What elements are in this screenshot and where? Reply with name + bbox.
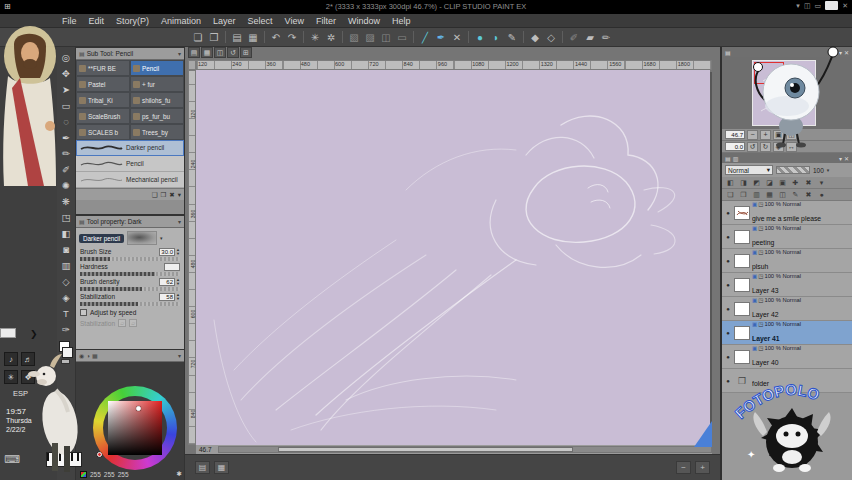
- brush-tool-icon[interactable]: ✐: [58, 161, 74, 177]
- brush-density-slider[interactable]: Brush density 62 ▲▼: [76, 276, 184, 291]
- eraser-tool-icon[interactable]: ◳: [58, 209, 74, 225]
- layer-row-selected[interactable]: ● ▣◳100 % Normal Layer 41: [722, 321, 852, 345]
- layer-visibility-icon[interactable]: ●: [724, 234, 732, 240]
- airbrush-tool-icon[interactable]: ✺: [58, 177, 74, 193]
- new-folder-icon[interactable]: ❐: [738, 190, 749, 200]
- circle-select-icon[interactable]: ●: [472, 30, 488, 45]
- layer-visibility-icon[interactable]: ●: [724, 378, 732, 384]
- subtool-group[interactable]: shilohs_fu: [130, 92, 184, 108]
- panel-close-icon[interactable]: ✕: [844, 49, 849, 56]
- clear-icon[interactable]: ✳: [307, 30, 323, 45]
- text-tool-icon[interactable]: T: [58, 305, 74, 321]
- spinner-icon[interactable]: ▲▼: [176, 278, 180, 286]
- blend-tool-icon[interactable]: ◧: [58, 225, 74, 241]
- lock-alpha-icon[interactable]: ◩: [751, 178, 762, 188]
- drawing-canvas[interactable]: [196, 70, 710, 445]
- pen-icon[interactable]: ✎: [504, 30, 520, 45]
- menu-edit[interactable]: Edit: [83, 16, 111, 26]
- menu-story[interactable]: Story(P): [110, 16, 155, 26]
- checkbox-icon[interactable]: [80, 309, 87, 316]
- diamond-fill-icon[interactable]: ◆: [527, 30, 543, 45]
- layer-row[interactable]: ● ▣◳100 % Normal peeting: [722, 225, 852, 249]
- layer-visibility-icon[interactable]: ●: [724, 306, 732, 312]
- transfer-layer-icon[interactable]: ▥: [751, 190, 762, 200]
- subtool-brush-mechanical-pencil[interactable]: Mechanical pencil: [76, 172, 184, 188]
- export-icon[interactable]: ▦: [245, 30, 261, 45]
- mini-scrollbar-box[interactable]: [0, 328, 16, 338]
- blend-mode-select[interactable]: Normal ▾: [725, 165, 773, 175]
- menu-window[interactable]: Window: [342, 16, 386, 26]
- diamond-outline-icon[interactable]: ◇: [543, 30, 559, 45]
- layer-visibility-icon[interactable]: ●: [724, 210, 732, 216]
- panel-menu-icon[interactable]: ▤: [79, 218, 85, 225]
- subtool-brush-pencil[interactable]: Pencil: [76, 156, 184, 172]
- add-effect-icon[interactable]: ✚: [790, 178, 801, 188]
- new-layer-icon[interactable]: ❏: [725, 190, 736, 200]
- panel-menu-icon[interactable]: ▤: [725, 49, 731, 56]
- menu-filter[interactable]: Filter: [310, 16, 342, 26]
- layer-row[interactable]: ● ▣◳100 % Normal Layer 43: [722, 273, 852, 297]
- subtool-group[interactable]: Pastel: [76, 76, 130, 92]
- brush-tip-preview[interactable]: [127, 231, 157, 245]
- subtool-group[interactable]: ps_fur_bu: [130, 108, 184, 124]
- grid-view-icon[interactable]: ▦: [201, 47, 213, 58]
- hardness-slider[interactable]: Hardness: [76, 261, 184, 276]
- navigator-zoom-value[interactable]: 46.7: [725, 130, 745, 139]
- fit-screen-icon[interactable]: ▤: [195, 461, 210, 474]
- pen-tool-icon[interactable]: ✒: [58, 129, 74, 145]
- stabilization-slider[interactable]: Stabilization 58 ▲▼: [76, 291, 184, 306]
- brush-size-slider[interactable]: Brush Size 30.0 ▲▼: [76, 246, 184, 261]
- snap-special-icon[interactable]: ◫: [378, 30, 394, 45]
- marker-icon[interactable]: ✐: [566, 30, 582, 45]
- chevron-down-icon[interactable]: ▾: [160, 235, 163, 241]
- delete-layer-icon[interactable]: ✖: [803, 190, 814, 200]
- tray-icon-c[interactable]: ▭: [815, 2, 822, 10]
- subtool-group[interactable]: + fur: [130, 76, 184, 92]
- redo-icon[interactable]: ↷: [284, 30, 300, 45]
- selection-launcher-icon[interactable]: ▭: [394, 30, 410, 45]
- fit-view-icon[interactable]: ⊞: [240, 47, 252, 58]
- zoom-out-icon[interactable]: −: [676, 461, 691, 474]
- mask-icon[interactable]: ◪: [764, 178, 775, 188]
- saturation-value-square[interactable]: [108, 401, 162, 455]
- delete-subtool-icon[interactable]: ✖: [169, 191, 174, 199]
- layer-visibility-icon[interactable]: ●: [724, 354, 732, 360]
- fill-tool-icon[interactable]: ◙: [58, 241, 74, 257]
- eyedropper-tool-icon[interactable]: ✑: [58, 321, 74, 337]
- layer-thumbnail[interactable]: [734, 206, 750, 220]
- duplicate-subtool-icon[interactable]: ❐: [160, 191, 166, 199]
- shape-select-icon[interactable]: ◗: [488, 30, 504, 45]
- panel-collapse-icon[interactable]: ▾: [839, 155, 842, 162]
- menu-view[interactable]: View: [279, 16, 310, 26]
- sv-cursor[interactable]: [136, 406, 141, 411]
- panel-collapse-icon[interactable]: ▾: [178, 352, 181, 359]
- layer-tab-icon[interactable]: ▤: [725, 155, 731, 162]
- spinner-icon[interactable]: ▲▼: [176, 293, 180, 301]
- layer-thumbnail[interactable]: [734, 326, 750, 340]
- remove-effect-icon[interactable]: ✖: [803, 178, 814, 188]
- marquee-tool-icon[interactable]: ▭: [58, 97, 74, 113]
- opacity-value[interactable]: 100: [813, 167, 824, 174]
- adjust-by-speed-checkbox[interactable]: Adjust by speed: [76, 306, 184, 316]
- color-set-tab-icon[interactable]: ▦: [92, 352, 98, 359]
- layer-visibility-icon[interactable]: ●: [724, 330, 732, 336]
- subtool-group[interactable]: ScaleBrush: [76, 108, 130, 124]
- edit-layer-icon[interactable]: ✎: [790, 190, 801, 200]
- straight-line-icon[interactable]: ╱: [417, 30, 433, 45]
- menu-help[interactable]: Help: [386, 16, 417, 26]
- subtool-group[interactable]: SCALES b: [76, 124, 130, 140]
- settings-icon[interactable]: ▾: [178, 191, 181, 199]
- clip-layer-icon[interactable]: ◧: [725, 178, 736, 188]
- undo-icon[interactable]: ↶: [268, 30, 284, 45]
- panel-close-icon[interactable]: ✕: [844, 155, 849, 162]
- snap-grid-icon[interactable]: ▨: [362, 30, 378, 45]
- sparkle-icon[interactable]: ✳: [4, 370, 18, 384]
- pencil-command-icon[interactable]: ✏: [598, 30, 614, 45]
- scroll-track[interactable]: [218, 446, 712, 453]
- pencil-tool-icon[interactable]: ✏: [58, 145, 74, 161]
- color-panel-header[interactable]: ◉ ◑ ▦ ▾: [76, 350, 184, 362]
- tool-property-header[interactable]: ▤ Tool property: Dark ▾: [76, 216, 184, 228]
- horizontal-scrollbar[interactable]: 46.7: [196, 445, 712, 454]
- brush-command-icon[interactable]: ▰: [582, 30, 598, 45]
- menu-file[interactable]: File: [56, 16, 83, 26]
